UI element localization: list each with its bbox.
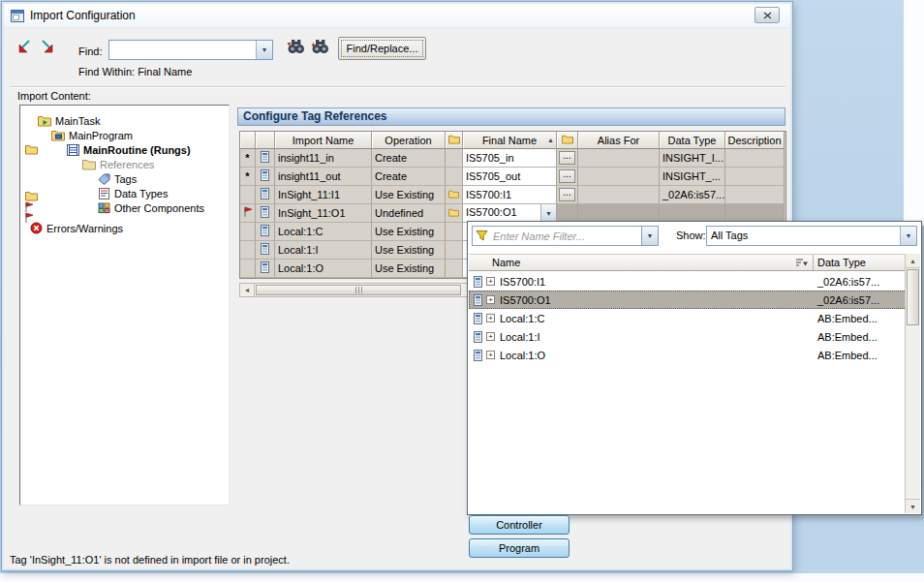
import-name-cell[interactable]: Local:1:I (275, 241, 372, 260)
alias-for-cell[interactable] (578, 186, 660, 204)
final-name-cell[interactable]: IS5705_out (463, 168, 557, 186)
final-name-dropdown-arrow-icon[interactable]: ▼ (540, 204, 556, 222)
show-label: Show: (676, 230, 706, 241)
name-column-header[interactable]: Name (469, 255, 814, 270)
browse-button-column-header[interactable] (557, 132, 578, 149)
description-column-header[interactable]: Description (725, 132, 785, 149)
module-tag-icon (261, 169, 269, 183)
alias-for-column-header[interactable]: Alias For (578, 132, 660, 149)
expand-plus-icon[interactable]: + (486, 332, 495, 341)
find-next-icon[interactable] (287, 39, 306, 56)
browse-final-name-button[interactable]: ... (559, 151, 575, 165)
operation-cell[interactable]: Use Existing (372, 260, 446, 278)
expand-plus-icon[interactable]: + (486, 351, 495, 359)
operation-cell[interactable]: Undefined (372, 204, 446, 223)
description-cell[interactable] (725, 186, 785, 204)
scroll-down-icon[interactable]: ▼ (906, 499, 920, 513)
tree-item-data-types[interactable]: Data Types (20, 186, 229, 200)
import-name-cell[interactable]: InSight_11:I1 (275, 186, 372, 204)
data-type-column-header[interactable]: Data Type (660, 132, 725, 149)
tag-name: Local:1:O (500, 350, 545, 361)
module-tag-icon (261, 151, 269, 165)
table-row[interactable]: * insight11_out Create IS5705_out ... IN… (240, 168, 785, 186)
filter-dropdown-arrow-icon[interactable]: ▼ (642, 226, 659, 246)
scroll-left-icon[interactable]: ◄ (240, 284, 255, 296)
tag-data-type: _02A6:is57... (817, 276, 879, 288)
find-replace-button[interactable]: Find/Replace... (338, 37, 426, 60)
close-button[interactable] (755, 7, 780, 23)
tag-row[interactable]: + IS5700:I1 _02A6:is57... (469, 272, 907, 291)
tree-item-references[interactable]: References (20, 157, 229, 171)
operation-cell[interactable]: Use Existing (372, 223, 446, 241)
import-name-cell[interactable]: insight11_in (275, 149, 372, 168)
scrollbar-thumb[interactable] (907, 269, 919, 325)
tag-row[interactable]: + Local:1:I AB:Embed... (469, 327, 907, 346)
alias-for-cell[interactable] (578, 168, 660, 186)
tag-row-selected[interactable]: + IS5700:O1 _02A6:is57... (469, 291, 907, 309)
expand-plus-icon[interactable]: + (486, 314, 495, 322)
tag-data-type: AB:Embed... (817, 350, 878, 361)
tree-item-mainroutine[interactable]: MainRoutine (Rungs) (20, 142, 229, 157)
data-type-cell[interactable]: INSIGHT_I... (660, 149, 725, 168)
tag-icon-column-header[interactable] (256, 132, 275, 149)
final-name-cell[interactable]: IS5700:I1 (463, 186, 557, 204)
find-dropdown-arrow-icon[interactable]: ▼ (256, 41, 272, 59)
tag-row[interactable]: + Local:1:O AB:Embed... (469, 346, 907, 364)
description-cell[interactable] (725, 149, 785, 168)
import-name-column-header[interactable]: Import Name (275, 132, 372, 149)
data-type-column-header[interactable]: Data Type (814, 255, 907, 270)
operation-cell[interactable]: Create (372, 168, 446, 186)
final-name-column-header[interactable]: Final Name ▲ (463, 132, 557, 149)
tree-item-tags[interactable]: Tags (20, 171, 229, 186)
data-type-cell[interactable]: _02A6:is57... (660, 186, 725, 204)
expand-plus-icon[interactable]: + (486, 277, 495, 286)
show-dropdown-arrow-icon[interactable]: ▼ (900, 227, 916, 245)
alias-for-cell[interactable] (578, 149, 660, 168)
find-previous-icon[interactable] (311, 39, 330, 56)
browse-final-name-button[interactable]: ... (559, 188, 575, 201)
tree-item-errors-warnings[interactable]: Errors/Warnings (20, 221, 229, 235)
table-row[interactable]: * insight11_in Create IS5705_in ... INSI… (240, 149, 785, 168)
table-row[interactable]: InSight_11:I1 Use Existing IS5700:I1 ...… (240, 186, 785, 204)
operation-cell[interactable]: Create (372, 149, 446, 168)
program-scope-button[interactable]: Program (469, 538, 570, 558)
tree-item-maintask[interactable]: MainTask (20, 113, 229, 128)
operation-cell[interactable]: Use Existing (372, 241, 446, 260)
controller-scope-button[interactable]: Controller (469, 515, 570, 535)
description-cell[interactable] (725, 168, 785, 186)
background-window-strip (904, 0, 924, 226)
tree-item-other-components[interactable]: Other Components (20, 200, 229, 215)
sort-ascending-icon: ▲ (547, 137, 554, 143)
tag-list-header: Name Data Type (469, 254, 907, 271)
name-filter-input[interactable] (491, 229, 641, 244)
final-name-combobox[interactable]: IS5700:O1 ▼ (463, 204, 556, 222)
import-name-cell[interactable]: InSight_11:O1 (275, 204, 372, 223)
title-bar[interactable]: Import Configuration (4, 4, 790, 28)
final-name-cell[interactable]: IS5705_in (463, 149, 557, 168)
import-name-cell[interactable]: insight11_out (275, 168, 372, 186)
data-type-cell[interactable]: INSIGHT_... (660, 168, 725, 186)
tree-item-mainprogram[interactable]: MainProgram (20, 128, 229, 142)
browse-final-name-button[interactable]: ... (559, 169, 575, 183)
operation-column-header[interactable]: Operation (372, 132, 446, 149)
scroll-up-icon[interactable]: ▲ (906, 254, 920, 268)
filter-funnel-icon[interactable] (473, 230, 491, 242)
import-marker-prev-icon[interactable] (15, 39, 35, 56)
import-name-cell[interactable]: Local:1:O (275, 260, 372, 278)
find-input[interactable] (109, 41, 256, 59)
tag-name: IS5700:I1 (500, 276, 545, 288)
operation-cell[interactable]: Use Existing (372, 186, 446, 204)
row-marker-column-header[interactable] (240, 132, 256, 149)
import-marker-next-icon[interactable] (39, 39, 58, 56)
expand-plus-icon[interactable]: + (486, 295, 495, 304)
scrollbar-thumb[interactable] (256, 285, 461, 295)
column-filter-icon[interactable] (795, 258, 808, 270)
tag-row[interactable]: + Local:1:C AB:Embed... (469, 309, 907, 327)
browse-column-header[interactable] (446, 132, 463, 149)
import-name-cell[interactable]: Local:1:C (275, 223, 372, 241)
name-filter-field (472, 226, 642, 246)
show-combobox[interactable]: All Tags ▼ (706, 226, 917, 246)
tag-name: IS5700:O1 (500, 294, 551, 306)
tag-name: Local:1:I (500, 331, 540, 343)
tag-list-vertical-scrollbar[interactable]: ▲ ▼ (905, 254, 920, 513)
